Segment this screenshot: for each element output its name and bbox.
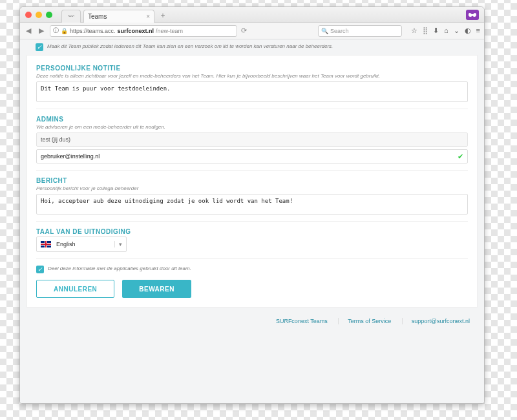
shield-icon[interactable]: ◐: [465, 26, 471, 35]
url-host: surfconext.nl: [118, 28, 154, 34]
share-label: Deel deze informatie met de applicaties …: [48, 266, 191, 271]
close-window-button[interactable]: [25, 12, 32, 18]
titlebar: 〰 Teams × +: [20, 7, 484, 23]
chevron-down-icon: ▾: [114, 241, 122, 247]
public-team-checkbox[interactable]: ✓: [36, 43, 43, 51]
note-title: PERSOONLIJKE NOTITIE: [36, 65, 468, 72]
close-tab-icon[interactable]: ×: [146, 13, 150, 20]
message-title: BERICHT: [36, 177, 468, 184]
share-check-row: ✓ Deel deze informatie met de applicatie…: [36, 266, 468, 273]
footer-tos-link[interactable]: Terms of Service: [338, 318, 391, 324]
button-row: ANNULEREN BEWAREN: [36, 280, 468, 298]
divider: [36, 258, 468, 259]
lock-icon: 🔒: [61, 28, 68, 34]
download-icon[interactable]: ⬇: [433, 26, 439, 35]
form-card: PERSOONLIJKE NOTITIE Deze notitie is all…: [26, 55, 478, 308]
search-icon: 🔍: [321, 28, 328, 34]
page-content: ✓ Maak dit Team publiek zodat iedereen d…: [20, 39, 484, 403]
browser-window: 〰 Teams × + ◀ ▶ ⓘ 🔒 https://teams.acc.su…: [19, 6, 485, 404]
bookmark-icon[interactable]: ☆: [411, 26, 417, 35]
minimize-window-button[interactable]: [36, 12, 42, 18]
lang-title: TAAL VAN DE UITNODIGING: [36, 228, 468, 235]
url-prefix: https://teams.acc.: [70, 28, 116, 34]
footer: SURFconext Teams Terms of Service suppor…: [20, 313, 484, 330]
footer-support-link[interactable]: support@surfconext.nl: [402, 318, 470, 324]
pocket-icon[interactable]: ⌄: [454, 26, 459, 35]
language-selected: English: [56, 241, 76, 247]
note-textarea[interactable]: Dit Team is puur voor testdoeleinden.: [36, 81, 468, 102]
note-hint: Deze notitie is alleen zichtbaar voor je…: [36, 73, 468, 79]
divider: [36, 221, 468, 222]
info-icon: ⓘ: [53, 26, 59, 35]
tab-strip: 〰 Teams × +: [61, 7, 169, 23]
message-textarea[interactable]: Hoi, accepteer aub deze uitnodiging zoda…: [36, 194, 468, 215]
zoom-window-button[interactable]: [46, 12, 52, 18]
admins-title: ADMINS: [36, 116, 468, 123]
back-button[interactable]: ◀: [24, 26, 33, 35]
public-team-check-row: ✓ Maak dit Team publiek zodat iedereen d…: [20, 39, 484, 55]
toolbar: ◀ ▶ ⓘ 🔒 https://teams.acc.surfconext.nl/…: [20, 23, 484, 39]
cancel-button[interactable]: ANNULEREN: [36, 280, 114, 298]
admins-hint: We adviseren je om een mede-beheerder ui…: [36, 124, 468, 130]
search-placeholder: Search: [330, 28, 349, 34]
divider: [36, 170, 468, 171]
toolbar-icons: ☆ ⣿ ⬇ ⌂ ⌄ ◐ ≡: [411, 26, 480, 35]
save-button[interactable]: BEWAREN: [122, 280, 191, 298]
public-team-label: Maak dit Team publiek zodat iedereen dit…: [47, 43, 333, 49]
share-checkbox[interactable]: ✓: [36, 266, 44, 273]
reload-button[interactable]: ⟳: [241, 26, 247, 35]
footer-app-link[interactable]: SURFconext Teams: [276, 318, 328, 324]
url-path: /new-team: [156, 28, 183, 34]
admin-invitee-input[interactable]: gebruiker@instelling.nl ✔: [36, 149, 468, 163]
forward-button[interactable]: ▶: [37, 26, 46, 35]
menu-icon[interactable]: ≡: [476, 26, 480, 35]
uk-flag-icon: [41, 241, 51, 247]
new-tab-button[interactable]: +: [157, 11, 169, 23]
mask-icon: [469, 12, 476, 18]
message-hint: Persoonlijk bericht voor je collega-behe…: [36, 185, 468, 191]
valid-check-icon: ✔: [458, 152, 463, 161]
language-select[interactable]: English ▾: [36, 236, 127, 252]
window-controls: [25, 12, 52, 18]
address-bar[interactable]: ⓘ 🔒 https://teams.acc.surfconext.nl/new-…: [50, 25, 237, 37]
home-icon[interactable]: ⌂: [444, 26, 448, 35]
library-icon[interactable]: ⣿: [423, 26, 428, 35]
divider: [36, 109, 468, 109]
search-box[interactable]: 🔍 Search: [318, 25, 402, 37]
extension-badge[interactable]: [466, 10, 479, 20]
tab-label: Teams: [88, 13, 107, 20]
admin-self-row: test (jij dus): [36, 132, 468, 147]
admin-invitee-value: gebruiker@instelling.nl: [41, 153, 100, 160]
pinned-tab[interactable]: 〰: [61, 10, 81, 23]
tab-teams[interactable]: Teams ×: [83, 10, 154, 23]
